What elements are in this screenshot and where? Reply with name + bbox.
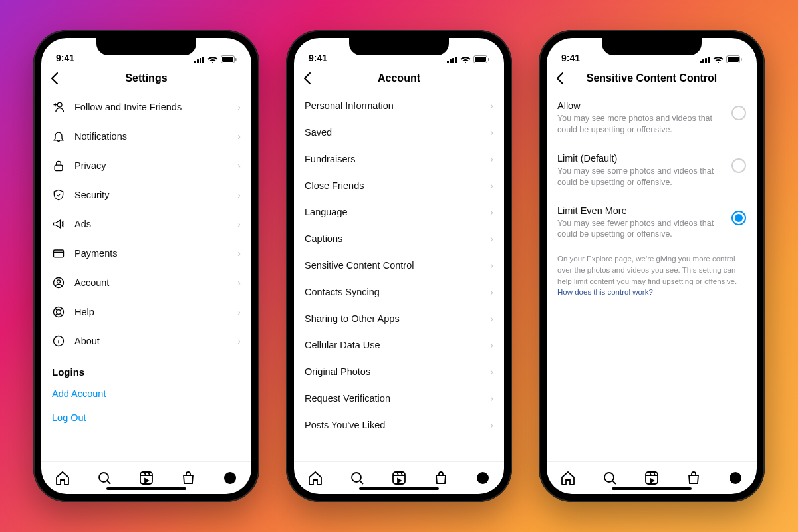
- option-limit-even-more[interactable]: Limit Even More You may see fewer photos…: [547, 198, 757, 250]
- account-item-request-verification[interactable]: Request Verification›: [294, 385, 504, 412]
- header: Account: [294, 65, 504, 92]
- account-item-sharing-apps[interactable]: Sharing to Other Apps›: [294, 305, 504, 332]
- svg-point-11: [57, 280, 61, 283]
- settings-item-ads[interactable]: Ads ›: [41, 209, 251, 239]
- svg-point-25: [352, 473, 361, 482]
- status-time: 9:41: [561, 53, 580, 63]
- chevron-right-icon: ›: [490, 340, 493, 350]
- home-indicator[interactable]: [359, 487, 439, 490]
- svg-rect-28: [700, 61, 702, 63]
- settings-item-about[interactable]: About ›: [41, 327, 251, 356]
- account-item-contacts-syncing[interactable]: Contacts Syncing›: [294, 279, 504, 305]
- back-button[interactable]: [556, 72, 564, 85]
- settings-item-follow-invite[interactable]: Follow and Invite Friends ›: [41, 92, 251, 122]
- row-label: Fundraisers: [305, 154, 490, 164]
- home-indicator[interactable]: [106, 487, 186, 490]
- nav-search-icon[interactable]: [348, 469, 366, 487]
- row-label: About: [74, 336, 237, 346]
- chevron-right-icon: ›: [490, 207, 493, 217]
- home-indicator[interactable]: [612, 487, 692, 490]
- nav-shop-icon[interactable]: [180, 469, 197, 487]
- option-allow[interactable]: Allow You may see more photos and videos…: [547, 92, 757, 145]
- add-account-link[interactable]: Add Account: [41, 382, 251, 406]
- svg-rect-21: [455, 57, 457, 63]
- settings-item-account[interactable]: Account ›: [41, 268, 251, 297]
- radio-button-selected[interactable]: [732, 211, 746, 225]
- account-item-saved[interactable]: Saved›: [294, 119, 504, 146]
- account-item-language[interactable]: Language›: [294, 199, 504, 225]
- lifebuoy-icon: [52, 305, 65, 319]
- nav-profile-icon[interactable]: [221, 469, 239, 487]
- row-label: Original Photos: [305, 366, 490, 377]
- account-item-original-photos[interactable]: Original Photos›: [294, 358, 504, 385]
- row-label: Account: [74, 277, 237, 288]
- phone-account: 9:41 Account Personal Information› Saved…: [286, 30, 512, 502]
- nav-search-icon[interactable]: [601, 469, 618, 487]
- phone-settings: 9:41 Settings Follow and Invite Friends …: [33, 30, 259, 502]
- settings-item-payments[interactable]: Payments ›: [41, 239, 251, 268]
- row-label: Saved: [305, 127, 490, 138]
- account-item-sensitive-content[interactable]: Sensitive Content Control›: [294, 252, 504, 279]
- account-item-posts-liked[interactable]: Posts You've Liked›: [294, 412, 504, 438]
- account-item-personal-info[interactable]: Personal Information›: [294, 92, 504, 119]
- card-icon: [52, 247, 65, 260]
- option-text: Limit Even More You may see fewer photos…: [557, 205, 732, 241]
- settings-list: Follow and Invite Friends › Notification…: [41, 92, 251, 461]
- screen: 9:41 Sensitive Content Control Allow You…: [547, 38, 757, 494]
- nav-home-icon[interactable]: [559, 469, 577, 487]
- row-label: Captions: [305, 233, 490, 244]
- nav-home-icon[interactable]: [54, 469, 71, 487]
- svg-rect-2: [200, 58, 201, 63]
- svg-point-37: [730, 472, 741, 484]
- nav-reels-icon[interactable]: [390, 469, 408, 487]
- chevron-right-icon: ›: [490, 366, 493, 377]
- battery-icon: [726, 55, 742, 63]
- account-item-fundraisers[interactable]: Fundraisers›: [294, 146, 504, 172]
- page-title: Settings: [125, 72, 167, 84]
- info-icon: [52, 334, 65, 348]
- row-label: Personal Information: [305, 100, 490, 111]
- svg-rect-23: [475, 57, 486, 62]
- nav-profile-icon[interactable]: [727, 469, 744, 487]
- chevron-right-icon: ›: [490, 420, 493, 430]
- info-link[interactable]: How does this control work?: [557, 288, 653, 296]
- row-label: Notifications: [74, 131, 237, 142]
- nav-shop-icon[interactable]: [432, 469, 450, 487]
- chevron-right-icon: ›: [490, 233, 493, 244]
- nav-profile-icon[interactable]: [474, 469, 491, 487]
- chevron-right-icon: ›: [237, 190, 241, 200]
- wifi-icon: [207, 55, 218, 63]
- screen: 9:41 Settings Follow and Invite Friends …: [41, 38, 251, 494]
- bell-icon: [52, 130, 65, 143]
- row-label: Sharing to Other Apps: [305, 313, 490, 324]
- svg-rect-6: [235, 58, 237, 61]
- row-label: Cellular Data Use: [305, 340, 490, 350]
- option-text: Limit (Default) You may see some photos …: [557, 153, 732, 188]
- settings-item-help[interactable]: Help ›: [41, 297, 251, 327]
- settings-item-notifications[interactable]: Notifications ›: [41, 122, 251, 151]
- back-button[interactable]: [51, 72, 59, 85]
- nav-home-icon[interactable]: [307, 469, 324, 487]
- nav-shop-icon[interactable]: [685, 469, 702, 487]
- nav-search-icon[interactable]: [96, 469, 113, 487]
- person-icon: [52, 276, 65, 289]
- account-item-cellular-data[interactable]: Cellular Data Use›: [294, 332, 504, 358]
- settings-item-privacy[interactable]: Privacy ›: [41, 151, 251, 180]
- option-limit-default[interactable]: Limit (Default) You may see some photos …: [547, 145, 757, 198]
- chevron-right-icon: ›: [490, 180, 493, 191]
- svg-rect-24: [488, 58, 489, 61]
- log-out-link[interactable]: Log Out: [41, 406, 251, 430]
- svg-rect-5: [222, 57, 233, 62]
- settings-item-security[interactable]: Security ›: [41, 180, 251, 209]
- radio-button[interactable]: [732, 158, 746, 173]
- row-label: Ads: [74, 219, 237, 229]
- option-title: Limit Even More: [557, 205, 725, 216]
- radio-button[interactable]: [732, 106, 746, 120]
- account-item-close-friends[interactable]: Close Friends›: [294, 172, 504, 199]
- status-indicators: [194, 55, 237, 63]
- back-button[interactable]: [303, 72, 311, 85]
- account-item-captions[interactable]: Captions›: [294, 225, 504, 252]
- nav-reels-icon[interactable]: [643, 469, 660, 487]
- chevron-right-icon: ›: [237, 219, 241, 229]
- nav-reels-icon[interactable]: [138, 469, 155, 487]
